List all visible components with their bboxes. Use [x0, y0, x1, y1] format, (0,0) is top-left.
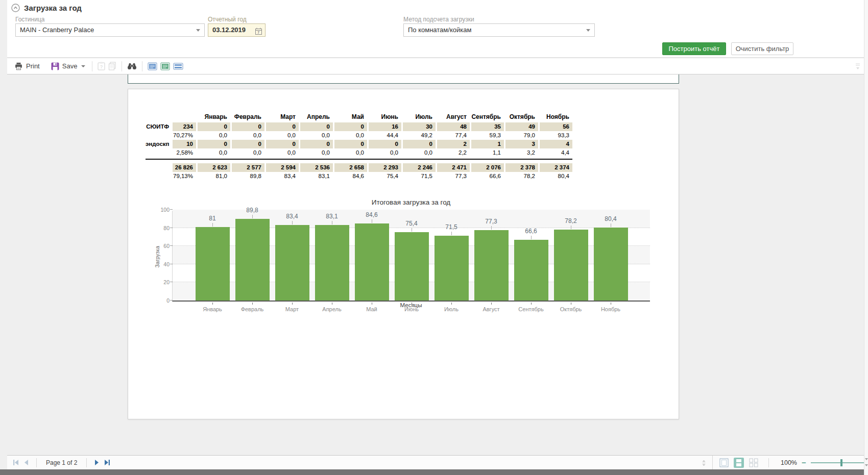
collapse-panel-icon[interactable]	[11, 4, 20, 12]
row-label	[146, 148, 171, 157]
zoom-out-button[interactable]: −	[802, 459, 806, 466]
table-cell: 49	[505, 122, 538, 131]
month-header: Февраль	[232, 112, 264, 122]
month-header: Март	[266, 112, 299, 122]
chart-bar	[594, 228, 628, 301]
row-total: 10	[173, 140, 196, 148]
hotel-select[interactable]: MAIN - Cranberry Palace	[15, 23, 205, 37]
table-cell	[173, 112, 196, 122]
view-outline-icon[interactable]	[159, 61, 172, 71]
table-cell: 0,0	[403, 148, 436, 157]
chart-bar	[315, 225, 349, 301]
clear-filter-button[interactable]: Очистить фильтр	[731, 42, 793, 55]
first-page-button[interactable]	[10, 459, 21, 466]
scrollbar-down-arrow-icon[interactable]	[865, 464, 868, 466]
bar-value-label: 83,1	[316, 213, 348, 220]
prev-page-button[interactable]	[21, 459, 31, 466]
y-tick-mark	[170, 282, 173, 282]
toolbar-overflow-icon[interactable]	[855, 62, 861, 72]
y-tick-mark	[170, 228, 173, 228]
table-cell: 0	[266, 140, 299, 148]
bar-label-tick	[252, 215, 253, 218]
y-tick-label: 0	[156, 297, 170, 304]
find-binoculars-icon[interactable]	[126, 61, 138, 71]
table-cell: 0,0	[266, 131, 299, 140]
chart-bar	[275, 225, 309, 301]
table-cell: 2	[437, 140, 470, 148]
table-cell: 75,4	[369, 172, 401, 181]
chart-bar	[235, 219, 270, 301]
table-cell: 0	[300, 140, 333, 148]
y-tick-mark	[170, 245, 173, 246]
print-button[interactable]: Print	[11, 61, 43, 72]
bar-label-tick	[451, 232, 452, 235]
table-cell: 0	[334, 140, 367, 148]
table-cell: 2 658	[334, 163, 367, 172]
zoom-slider[interactable]	[811, 459, 868, 466]
scrollbar-arrows-icon[interactable]	[702, 459, 706, 468]
report-year-input[interactable]: 03.12.2019 7	[208, 23, 266, 37]
table-cell: 2 374	[540, 163, 572, 172]
method-label: Метод подсчета загрузки	[403, 16, 474, 23]
table-cell: 2 246	[403, 163, 436, 172]
table-cell: 2 594	[266, 163, 299, 172]
row-total: 234	[173, 122, 196, 131]
table-cell: 0	[266, 122, 299, 131]
print-label: Print	[26, 62, 40, 70]
view-page-settings-icon[interactable]	[146, 61, 159, 71]
save-button[interactable]: Save	[48, 61, 89, 72]
table-cell: 3	[505, 140, 538, 148]
table-cell: 78,2	[505, 172, 538, 181]
report-canvas[interactable]: ЯнварьФевральМартАпрельМайИюньИюльАвгуст…	[7, 74, 864, 455]
view-facing-pages-button[interactable]	[749, 458, 759, 468]
toolbar-separator	[122, 61, 122, 71]
scrollbar-down-arrow-icon[interactable]	[865, 458, 868, 460]
table-cell: 1,1	[471, 148, 504, 157]
table-summary-divider	[146, 159, 572, 163]
build-report-button[interactable]: Построить отчёт	[662, 42, 726, 55]
zoom-slider-handle[interactable]	[840, 459, 842, 466]
next-page-button[interactable]	[92, 459, 102, 466]
year-label: Отчетный год	[208, 16, 247, 23]
table-cell: 0	[334, 122, 367, 131]
table-cell: 0,0	[198, 148, 230, 157]
copy-page-icon	[107, 61, 118, 71]
bar-value-label: 89,8	[236, 207, 269, 214]
vertical-scrollbar[interactable]	[864, 0, 868, 475]
table-cell: 0	[232, 122, 264, 131]
bar-label-tick	[571, 226, 571, 229]
table-cell: 35	[471, 122, 504, 131]
calendar-icon[interactable]: 7	[255, 27, 262, 39]
bar-value-label: 81	[196, 215, 229, 222]
table-cell: 80,4	[540, 172, 572, 181]
zoom-slider-track	[811, 462, 868, 463]
report-header: Загрузка за год	[11, 4, 82, 12]
method-select[interactable]: По комнатам/койкам	[403, 23, 595, 37]
bar-label-tick	[212, 223, 213, 227]
zoom-controls: 100% − +	[712, 456, 868, 469]
view-single-page-button[interactable]	[719, 458, 729, 468]
month-header: Июль	[403, 112, 436, 122]
table-cell: 56	[540, 122, 572, 131]
month-header: Сентябрь	[471, 112, 504, 122]
chart-bar	[196, 227, 230, 301]
y-tick-label: 20	[156, 279, 170, 285]
y-tick-label: 100	[156, 207, 170, 213]
view-continuous-button[interactable]	[734, 458, 744, 468]
view-continuous-icon[interactable]	[172, 61, 185, 71]
hotel-label: Гостиница	[15, 16, 44, 23]
row-total: 2,58%	[173, 148, 196, 157]
y-tick-label: 60	[156, 243, 170, 249]
month-header: Август	[437, 112, 470, 122]
table-cell: 77,4	[437, 131, 470, 140]
table-cell: 83,4	[266, 172, 299, 181]
x-axis-title: Месяцы	[172, 302, 650, 308]
last-page-button[interactable]	[102, 459, 113, 466]
page-navigation: Page 1 of 2	[10, 456, 113, 469]
bar-value-label: 80,4	[594, 215, 627, 222]
table-cell: 3,2	[505, 148, 538, 157]
zoom-level: 100%	[781, 459, 797, 466]
table-cell: 0,0	[334, 131, 367, 140]
toolbar-separator	[142, 61, 142, 71]
month-header: Ноябрь	[540, 112, 572, 122]
